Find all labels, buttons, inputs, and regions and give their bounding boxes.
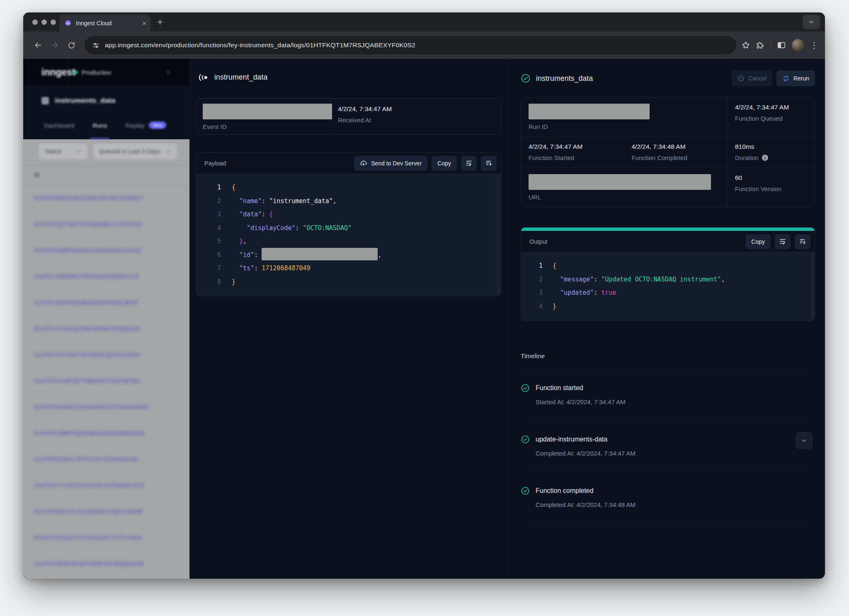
run-id-link[interactable]: 01HTFCW27CZ2X3AZM75QEYNH8F: [23, 498, 189, 524]
code-line: 1{: [196, 181, 501, 194]
code-line: 1{: [521, 259, 815, 273]
forward-button[interactable]: [46, 37, 63, 53]
line-number: 4: [210, 221, 221, 235]
output-copy-button[interactable]: Copy: [745, 234, 771, 249]
tab-close-icon[interactable]: ×: [142, 20, 146, 27]
back-button[interactable]: [30, 37, 46, 53]
environment-selector[interactable]: Production: [74, 69, 189, 76]
run-details-panel: instruments_data Cancel Rerun: [507, 59, 825, 579]
runs-sidebar: inngest Production instruments_data Dash…: [23, 59, 190, 579]
run-id-link[interactable]: 01HTFKMBPMD0ZAJ4AG04KD3A02: [23, 237, 189, 263]
tab-strip: Inngest Cloud × +: [23, 12, 825, 32]
redacted-value: [262, 248, 378, 260]
tab-dashboard[interactable]: Dashboard: [44, 122, 74, 139]
code-line: 4}: [521, 300, 815, 313]
payload-copy-button[interactable]: Copy: [432, 156, 457, 171]
minimize-window-icon[interactable]: [41, 19, 47, 25]
time-range-filter[interactable]: Queued in Last 3 Days: [93, 143, 177, 159]
code-line: 4 "displayCode": "OCTO:NASDAQ": [196, 221, 501, 235]
zoom-window-icon[interactable]: [51, 19, 56, 25]
chevron-down-icon: [76, 148, 82, 154]
cancel-button[interactable]: Cancel: [731, 70, 772, 86]
expand-lines-button[interactable]: [795, 234, 810, 249]
received-at-cell: 4/2/24, 7:34:47 AM Received At: [331, 99, 501, 134]
word-wrap-icon: [779, 238, 787, 245]
expand-lines-icon: [485, 159, 493, 167]
line-number: 3: [210, 208, 221, 221]
line-number: 3: [534, 286, 543, 300]
code-line: 2 "name": "instrument_data",: [196, 194, 501, 208]
timeline-item-title: Function completed: [536, 487, 594, 495]
tab-runs[interactable]: Runs: [92, 122, 107, 139]
word-wrap-icon: [465, 159, 473, 167]
browser-menu-icon[interactable]: ⋮: [810, 40, 818, 50]
close-window-icon[interactable]: [32, 19, 38, 25]
side-panel-icon[interactable]: [777, 41, 786, 50]
line-number: 7: [210, 262, 221, 275]
run-id-link[interactable]: 01HTFJ94HVE0BQ48AF4DM13E9T: [23, 289, 189, 315]
url-text[interactable]: app.inngest.com/env/production/functions…: [105, 41, 415, 49]
reload-button[interactable]: [63, 37, 80, 53]
code-line: 8}: [196, 275, 501, 289]
address-bar[interactable]: app.inngest.com/env/production/functions…: [85, 36, 736, 54]
timeline-item-title: update-instruments-data: [536, 436, 607, 443]
event-stream-icon: [198, 73, 209, 82]
send-to-dev-server-button[interactable]: Send to Dev Server: [354, 156, 427, 171]
status-filter[interactable]: Status: [39, 143, 87, 159]
runs-list-region: Status Queued in Last 3 Days ID 01HTFN86…: [23, 139, 189, 579]
run-id-link[interactable]: 01HTFKQT1M7RSJQABEXYF0K0S2: [23, 211, 189, 237]
chevron-down-icon: [165, 148, 171, 154]
cancel-circle-icon: [737, 75, 745, 82]
run-id-link[interactable]: 01HTFJ7DA6Q2385JWNH7E8Q2Q6: [23, 315, 189, 342]
tab-replay[interactable]: Replay New: [125, 122, 166, 139]
new-tab-button[interactable]: +: [157, 16, 163, 28]
code-line: 6 "id": ,: [196, 248, 501, 262]
env-name: Production: [82, 69, 112, 76]
code-line: 3 "data": {: [196, 208, 501, 221]
function-started-cell: 4/2/24, 7:34:47 AM Function Started: [521, 137, 624, 168]
expand-lines-button[interactable]: [481, 156, 497, 171]
tab-search-button[interactable]: [803, 15, 820, 29]
site-settings-icon[interactable]: [92, 41, 100, 49]
profile-avatar[interactable]: [792, 39, 804, 51]
event-id-cell: Event ID: [196, 99, 331, 134]
line-number: 2: [534, 273, 543, 286]
run-id-link[interactable]: 01HTFCSQG7ZYVXNZVC7VT124K6: [23, 524, 189, 551]
runs-filters: Status Queued in Last 3 Days: [23, 139, 189, 159]
timeline-item-timestamp: Completed At: 4/2/2024, 7:34:48 AM: [536, 501, 815, 508]
run-id-link[interactable]: 01HTFN86XV8CXW87657W7E3WDY: [23, 185, 189, 211]
browser-toolbar: app.inngest.com/env/production/functions…: [23, 32, 825, 59]
browser-tab[interactable]: Inngest Cloud ×: [59, 15, 150, 32]
run-id-link[interactable]: 01HTFJ3B9PBZ7EWGK5Z086JYC8: [23, 263, 189, 289]
step-success-check-icon: [521, 383, 530, 393]
function-version-cell: 60 Function Version: [727, 168, 815, 207]
line-number: 1: [210, 181, 221, 194]
inngest-favicon-icon: [64, 19, 72, 27]
bookmark-star-icon[interactable]: [741, 41, 750, 50]
url-label: URL: [529, 194, 720, 201]
event-id-redacted: [203, 104, 332, 119]
run-title: instruments_data: [536, 74, 593, 83]
code-line: 7 "ts": 1712068487049: [196, 262, 501, 275]
run-id-link[interactable]: 01HTFEG3FVJP7FZJF7EA5KN3JR: [23, 446, 189, 472]
expand-step-button[interactable]: [796, 432, 813, 449]
inngest-logo[interactable]: inngest: [23, 67, 68, 78]
traffic-lights[interactable]: [32, 19, 56, 25]
run-id-link[interactable]: 01HTFCYY2GYGYGDKJVP82NKXCZ: [23, 472, 189, 498]
timeline-heading: Timeline: [521, 352, 815, 369]
word-wrap-button[interactable]: [461, 156, 477, 171]
output-code[interactable]: 1{2 "message": "Updated OCTO:NASDAQ inst…: [521, 252, 815, 320]
run-id-link[interactable]: 01HTFHXGR0CWNHSWY8TSNAVGRC: [23, 394, 189, 420]
info-icon[interactable]: i: [762, 155, 768, 161]
extensions-icon[interactable]: [756, 41, 765, 50]
function-completed-cell: 4/2/24, 7:34:48 AM Function Completed: [624, 137, 728, 168]
toolbar-divider: [771, 40, 771, 50]
run-id-link[interactable]: 01HTFHYWF32TSB9HGT01F5BTBJ: [23, 368, 189, 394]
timeline-item: update-instruments-dataCompleted At: 4/2…: [521, 421, 815, 472]
run-id-link[interactable]: 01HTFG3BKPQSR9E4AS93GBRARN: [23, 420, 189, 446]
payload-code[interactable]: 1{2 "name": "instrument_data",3 "data": …: [196, 174, 501, 296]
run-id-link[interactable]: 01HTFJ7C7HF7RVN0S1Q3YD2S3H: [23, 342, 189, 368]
run-id-link[interactable]: 01HTFCR9K4PQP0R8PZR3MQN4X8: [23, 551, 189, 577]
rerun-button[interactable]: Rerun: [776, 70, 815, 86]
word-wrap-button[interactable]: [775, 234, 791, 249]
